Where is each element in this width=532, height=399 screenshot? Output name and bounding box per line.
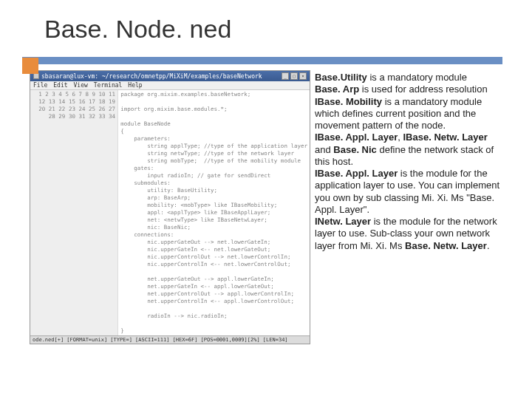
terminal-titlebar: sbasaran@lux-vm: ~/research/omnetpp/MiXi…: [30, 71, 310, 81]
description-panel: Base.Utility is a mandatory module Base.…: [315, 70, 502, 344]
menu-view[interactable]: View: [74, 82, 88, 89]
term-ibase-mobility: IBase. Mobility: [315, 96, 382, 107]
desc-text: and: [315, 144, 333, 155]
terminal-statusbar: ode.ned[+] [FORMAT=unix] [TYPE=] [ASCII=…: [30, 335, 310, 344]
terminal-title: sbasaran@lux-vm: ~/research/omnetpp/MiXi…: [41, 73, 262, 80]
desc-text: is used for address resolution: [359, 83, 487, 95]
menu-file[interactable]: File: [33, 82, 47, 89]
maximize-icon[interactable]: □: [290, 72, 298, 80]
desc-text: is a mandatory module: [367, 72, 467, 83]
slide-title: Base. Node. ned: [44, 15, 502, 44]
desc-text: .: [487, 240, 490, 251]
term-inetw-layer: INetw. Layer: [315, 216, 371, 227]
minimize-icon[interactable]: _: [282, 72, 289, 80]
code-area: package org.mixim.examples.baseNetwork; …: [118, 90, 310, 335]
term-base-nic: Base. Nic: [333, 144, 377, 155]
terminal-window: sbasaran@lux-vm: ~/research/omnetpp/MiXi…: [30, 70, 310, 344]
content-row: sbasaran@lux-vm: ~/research/omnetpp/MiXi…: [30, 70, 502, 344]
terminal-icon: [33, 73, 39, 79]
term-ibase-appl-layer-2: IBase. Appl. Layer: [315, 168, 398, 179]
term-ibase-appl-layer: IBase. Appl. Layer: [315, 132, 398, 143]
term-base-netw-layer: Base. Netw. Layer: [405, 240, 487, 251]
terminal-body: 1 2 3 4 5 6 7 8 9 10 11 12 13 14 15 16 1…: [30, 90, 310, 335]
menu-edit[interactable]: Edit: [53, 82, 67, 89]
close-icon[interactable]: ×: [299, 72, 307, 80]
terminal-menubar: File Edit View Terminal Help: [30, 81, 310, 90]
menu-terminal[interactable]: Terminal: [94, 82, 123, 89]
accent-square: [22, 58, 38, 74]
window-buttons: _ □ ×: [282, 72, 307, 80]
accent-bar: [22, 57, 502, 64]
menu-help[interactable]: Help: [128, 82, 142, 89]
term-base-utility: Base.Utility: [315, 72, 367, 83]
term-ibase-netw-layer: IBase. Netw. Layer: [403, 132, 487, 143]
term-base-arp: Base. Arp: [315, 83, 359, 95]
line-gutter: 1 2 3 4 5 6 7 8 9 10 11 12 13 14 15 16 1…: [30, 90, 118, 335]
